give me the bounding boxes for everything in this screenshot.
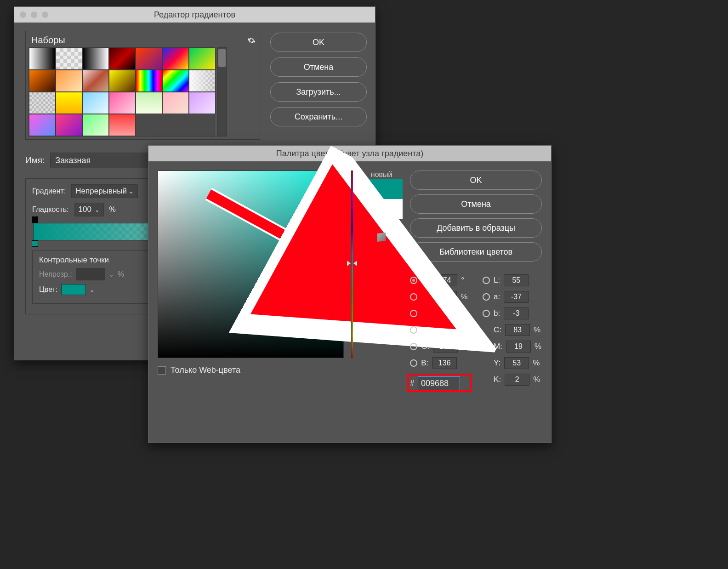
preset-swatch[interactable] (189, 92, 216, 114)
load-button[interactable]: Загрузить... (270, 82, 367, 102)
preset-swatch[interactable] (162, 92, 189, 114)
preset-swatch[interactable] (189, 48, 216, 70)
bri-label: B: (421, 309, 428, 318)
gamut-swatch[interactable] (377, 245, 386, 253)
preset-swatch[interactable] (29, 92, 56, 114)
y-label: Y: (494, 358, 500, 368)
gear-icon[interactable] (247, 36, 256, 45)
a-radio[interactable] (483, 293, 490, 301)
g-input[interactable] (433, 341, 458, 353)
add-swatch-button[interactable]: Добавить в образцы (410, 218, 542, 238)
l-radio[interactable] (483, 277, 490, 284)
preset-swatch[interactable] (29, 48, 56, 70)
k-unit: % (533, 375, 540, 384)
picker-cancel-button[interactable]: Отмена (410, 194, 542, 214)
a-label: a: (494, 292, 500, 302)
h-input[interactable] (432, 274, 457, 286)
sat-radio[interactable] (410, 293, 417, 301)
web-only-label: Только Web-цвета (171, 365, 240, 375)
hex-prefix: # (410, 379, 414, 387)
y-input[interactable] (504, 357, 529, 369)
lab-b-radio[interactable] (483, 310, 490, 317)
color-stop[interactable] (32, 240, 38, 247)
hex-input[interactable] (418, 376, 460, 390)
presets-grid (28, 47, 215, 137)
s-input[interactable] (432, 291, 457, 303)
presets-scrollbar[interactable] (217, 47, 227, 137)
gradient-editor-title: Редактор градиентов (14, 10, 375, 20)
save-button[interactable]: Сохранить... (270, 107, 367, 126)
new-color-chip (360, 179, 403, 199)
preset-swatch[interactable] (56, 92, 82, 114)
opacity-label: Непрозр.: (39, 270, 72, 279)
k-label: K: (494, 375, 501, 384)
preset-swatch[interactable] (29, 114, 56, 136)
b-radio[interactable] (410, 359, 417, 367)
rgb-b-label: B: (421, 358, 428, 368)
h-unit: ° (461, 276, 468, 285)
ok-button[interactable]: OK (270, 33, 367, 52)
preset-swatch[interactable] (109, 70, 136, 92)
gamut-warning-icon[interactable] (377, 233, 386, 242)
s-label: S: (421, 292, 428, 302)
presets-label: Наборы (31, 35, 65, 46)
g-radio[interactable] (410, 343, 417, 350)
saturation-brightness-field[interactable] (158, 171, 344, 358)
hue-handle[interactable] (347, 261, 357, 266)
preset-swatch[interactable] (109, 92, 136, 114)
a-input[interactable] (504, 291, 529, 303)
cancel-button[interactable]: Отмена (270, 57, 367, 77)
bri-radio[interactable] (410, 310, 417, 317)
rgb-b-input[interactable] (432, 357, 457, 369)
new-color-label: новый (360, 171, 403, 179)
r-input[interactable] (432, 324, 457, 336)
sb-cursor[interactable] (338, 244, 345, 250)
smoothness-label: Гладкость: (32, 205, 69, 214)
c-input[interactable] (505, 324, 530, 336)
bri-input[interactable] (432, 307, 457, 319)
lab-b-input[interactable] (504, 307, 529, 319)
l-input[interactable] (504, 274, 529, 286)
gradient-type-value: Непрерывный (75, 187, 127, 196)
preset-swatch[interactable] (29, 70, 56, 92)
preset-swatch[interactable] (162, 48, 189, 70)
preset-swatch[interactable] (82, 70, 109, 92)
preset-swatch[interactable] (109, 114, 136, 136)
preset-swatch[interactable] (109, 48, 136, 70)
m-input[interactable] (506, 341, 531, 353)
color-libraries-button[interactable]: Библиотеки цветов (410, 242, 542, 262)
hue-radio[interactable] (410, 277, 417, 284)
preset-swatch[interactable] (136, 92, 162, 114)
preset-swatch[interactable] (162, 70, 189, 92)
preset-swatch[interactable] (136, 48, 162, 70)
preset-swatch[interactable] (56, 48, 82, 70)
web-only-checkbox[interactable] (158, 366, 166, 375)
chevron-down-icon: ⌄ (109, 271, 114, 278)
s-unit: % (461, 292, 468, 302)
preset-swatch[interactable] (56, 114, 82, 136)
y-unit: % (533, 358, 540, 368)
chevron-down-icon: ⌄ (90, 286, 95, 293)
h-label: H: (421, 276, 429, 285)
preset-swatch[interactable] (82, 114, 109, 136)
gradient-type-select[interactable]: Непрерывный ⌄ (71, 184, 138, 198)
preset-swatch[interactable] (82, 48, 109, 70)
picker-ok-button[interactable]: OK (410, 171, 542, 190)
preset-swatch[interactable] (136, 70, 162, 92)
stop-color-chip[interactable] (61, 284, 86, 295)
scrollbar-thumb[interactable] (218, 49, 226, 67)
preset-swatch[interactable] (82, 92, 109, 114)
web-only-row: Только Web-цвета (158, 365, 344, 375)
r-radio[interactable] (410, 326, 417, 334)
current-color-chip[interactable] (360, 199, 403, 219)
preset-swatch[interactable] (189, 70, 216, 92)
k-input[interactable] (505, 374, 529, 386)
gradient-editor-titlebar: Редактор градиентов (14, 7, 375, 23)
hue-slider[interactable] (351, 171, 353, 358)
bri-unit: % (461, 309, 468, 318)
preset-swatch[interactable] (56, 70, 82, 92)
smoothness-input[interactable]: 100 ⌄ (74, 203, 104, 216)
opacity-stop[interactable] (32, 216, 38, 223)
presets-panel: Наборы (25, 31, 260, 140)
opacity-input[interactable] (76, 268, 105, 280)
